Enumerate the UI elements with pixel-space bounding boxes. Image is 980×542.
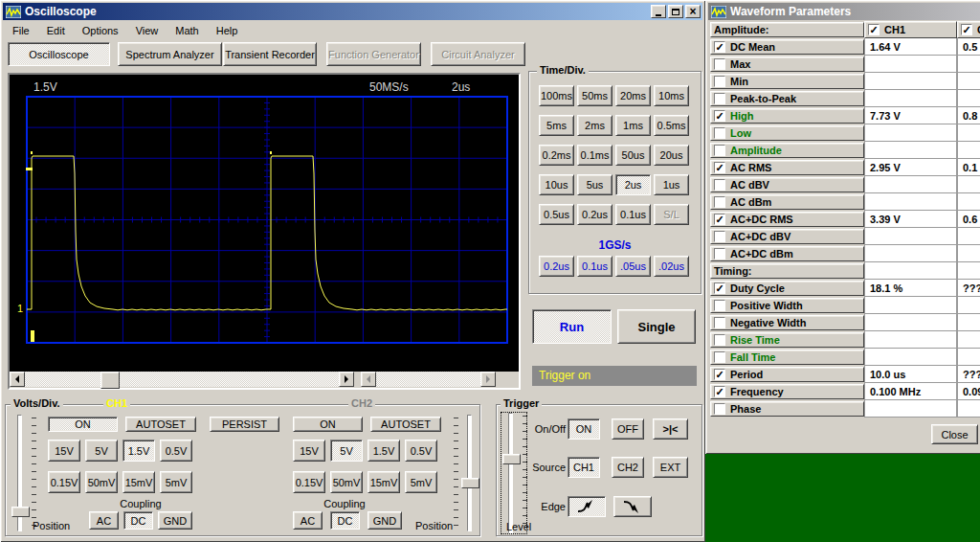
menu-view[interactable]: View <box>127 23 167 36</box>
param-checkbox[interactable] <box>714 93 725 104</box>
rising-edge-button[interactable] <box>568 496 606 517</box>
param-checkbox[interactable] <box>714 317 725 328</box>
ch2-range-50mv[interactable]: 50mV <box>330 471 363 493</box>
minimize-button[interactable] <box>651 5 666 18</box>
checkbox-ch2[interactable]: ✓ <box>961 24 972 35</box>
param-checkbox[interactable] <box>714 351 725 363</box>
ch2-coupling-dc[interactable]: DC <box>330 511 360 530</box>
ch2-range-1-5v[interactable]: 1.5V <box>368 440 400 462</box>
menu-math[interactable]: Math <box>167 23 207 36</box>
slider-thumb[interactable] <box>11 507 30 517</box>
single-button[interactable]: Single <box>617 309 696 344</box>
tab-transient-recorder[interactable]: Transient Recorder <box>223 42 317 66</box>
timediv-20us[interactable]: 20us <box>654 145 689 166</box>
ch1-range-0-15v[interactable]: 0.15V <box>48 471 80 493</box>
fast-timediv-02us[interactable]: .02us <box>654 256 689 277</box>
param-checkbox[interactable] <box>714 231 725 242</box>
ch2-coupling-ac[interactable]: AC <box>293 511 323 530</box>
ch1-range-15mv[interactable]: 15mV <box>122 471 155 493</box>
menu-file[interactable]: File <box>4 23 38 36</box>
trigger-level-marker[interactable] <box>26 168 33 170</box>
timediv-0-2us[interactable]: 0.2us <box>577 204 612 225</box>
scrollbar-thumb[interactable] <box>100 372 120 389</box>
param-checkbox[interactable] <box>714 334 725 346</box>
timediv-2us[interactable]: 2us <box>615 174 651 195</box>
wp-close-button[interactable]: Close <box>931 424 978 444</box>
timediv-0-1us[interactable]: 0.1us <box>615 204 651 225</box>
param-checkbox[interactable] <box>714 196 725 208</box>
trigger-source-ch1-button[interactable]: CH1 <box>568 457 600 478</box>
ch1-range-1-5v[interactable]: 1.5V <box>122 440 155 462</box>
param-checkbox[interactable] <box>714 127 725 139</box>
timediv-0-5ms[interactable]: 0.5ms <box>654 115 689 136</box>
trigger-on-button[interactable]: ON <box>568 418 600 440</box>
param-checkbox[interactable] <box>714 300 725 311</box>
timediv-0-2ms[interactable]: 0.2ms <box>539 145 574 166</box>
ch2-range-0-5v[interactable]: 0.5V <box>405 440 437 462</box>
ch1-on-button[interactable]: ON <box>48 417 118 432</box>
ch1-range-0-5v[interactable]: 0.5V <box>160 440 192 462</box>
persist-button[interactable]: PERSIST <box>210 417 279 432</box>
trigger-source-ext-button[interactable]: EXT <box>653 457 688 478</box>
param-checkbox[interactable]: ✓ <box>714 386 725 397</box>
timediv-20ms[interactable]: 20ms <box>615 85 651 106</box>
timediv-5ms[interactable]: 5ms <box>539 115 574 136</box>
timediv-0-1ms[interactable]: 0.1ms <box>577 145 612 166</box>
param-checkbox[interactable] <box>714 248 725 260</box>
timediv-10ms[interactable]: 10ms <box>654 85 689 106</box>
ch1-autoset-button[interactable]: AUTOSET <box>125 417 196 432</box>
checkbox-ch1[interactable]: ✓ <box>868 24 880 35</box>
ch1-range-15v[interactable]: 15V <box>48 440 80 462</box>
param-checkbox[interactable]: ✓ <box>714 162 725 173</box>
trigger-center-button[interactable]: >|< <box>653 418 688 440</box>
param-checkbox[interactable]: ✓ <box>714 110 725 122</box>
ch1-position-slider[interactable] <box>11 415 35 531</box>
tab-oscilloscope[interactable]: Oscilloscope <box>8 42 110 66</box>
ch2-range-5mv[interactable]: 5mV <box>405 471 437 493</box>
ch2-range-0-15v[interactable]: 0.15V <box>293 471 325 493</box>
titlebar[interactable]: Oscilloscope × <box>3 3 702 20</box>
ch1-range-5mv[interactable]: 5mV <box>160 471 192 493</box>
fast-timediv-05us[interactable]: .05us <box>615 256 651 277</box>
ch2-coupling-gnd[interactable]: GND <box>368 511 402 530</box>
param-checkbox[interactable]: ✓ <box>714 214 725 225</box>
timediv-10us[interactable]: 10us <box>539 174 574 195</box>
menu-help[interactable]: Help <box>208 23 247 36</box>
wp-titlebar[interactable]: Waveform Parameters <box>708 3 980 20</box>
fast-timediv-0-2us[interactable]: 0.2us <box>539 256 574 277</box>
fast-timediv-0-1us[interactable]: 0.1us <box>577 256 612 277</box>
param-checkbox[interactable]: ✓ <box>714 369 725 380</box>
ch2-range-15mv[interactable]: 15mV <box>368 471 400 493</box>
slider-thumb[interactable] <box>502 454 521 464</box>
timediv-1us[interactable]: 1us <box>654 174 689 195</box>
tab-spectrum-analyzer[interactable]: Spectrum Analyzer <box>118 42 222 66</box>
ch1-range-5v[interactable]: 5V <box>85 440 118 462</box>
trigger-level-slider[interactable] <box>501 413 526 533</box>
ch1-coupling-ac[interactable]: AC <box>89 511 119 530</box>
param-checkbox[interactable] <box>714 403 725 415</box>
slider-thumb[interactable] <box>461 478 479 488</box>
ch1-coupling-gnd[interactable]: GND <box>158 511 192 530</box>
ch2-on-button[interactable]: ON <box>293 417 363 432</box>
trigger-position-marker[interactable] <box>31 330 34 342</box>
ch2-autoset-button[interactable]: AUTOSET <box>370 417 441 432</box>
trigger-source-ch2-button[interactable]: CH2 <box>612 457 644 478</box>
horizontal-scrollbar[interactable] <box>10 372 354 387</box>
timediv-0-5us[interactable]: 0.5us <box>539 204 574 225</box>
timediv-100ms[interactable]: 100ms <box>539 85 574 106</box>
param-checkbox[interactable]: ✓ <box>714 41 725 53</box>
close-button[interactable]: × <box>685 5 701 18</box>
timediv-50us[interactable]: 50us <box>615 145 651 166</box>
timediv-2ms[interactable]: 2ms <box>577 115 612 136</box>
param-checkbox[interactable] <box>714 145 725 156</box>
ch1-range-50mv[interactable]: 50mV <box>85 471 118 493</box>
scroll-right-button[interactable] <box>339 372 354 387</box>
menu-options[interactable]: Options <box>74 23 127 36</box>
ch1-coupling-dc[interactable]: DC <box>123 511 153 530</box>
scroll-left-button[interactable] <box>10 372 25 387</box>
param-checkbox[interactable] <box>714 58 725 70</box>
menu-edit[interactable]: Edit <box>38 23 74 36</box>
trigger-off-button[interactable]: OFF <box>612 418 644 440</box>
timediv-50ms[interactable]: 50ms <box>577 85 612 106</box>
run-button[interactable]: Run <box>532 309 612 344</box>
